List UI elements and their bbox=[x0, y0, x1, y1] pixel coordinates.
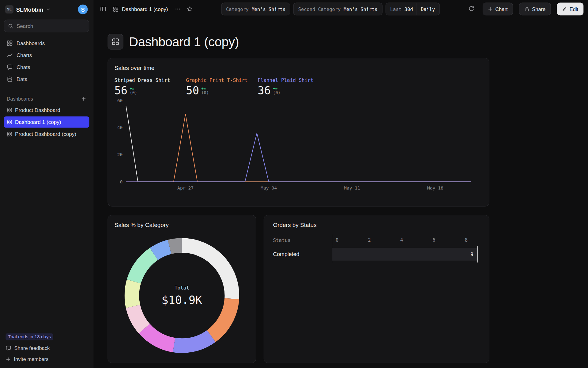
series-legends: Striped Dress Shirt 56 +∞ (0) Graphic Pr… bbox=[114, 77, 482, 96]
orders-table: Status 02468 Completed 9 bbox=[273, 234, 480, 263]
y-tick: 60 bbox=[117, 98, 123, 103]
bar-cursor[interactable] bbox=[477, 246, 478, 263]
trial-badge: Trial ends in 13 days bbox=[6, 333, 53, 340]
filter-date-range[interactable]: Last 30d Daily bbox=[385, 3, 440, 16]
ellipsis-icon[interactable] bbox=[172, 4, 183, 14]
series-legend: Striped Dress Shirt 56 +∞ (0) bbox=[114, 77, 186, 96]
dashboard-icon bbox=[7, 132, 12, 137]
invite-members-button[interactable]: Invite members bbox=[6, 356, 48, 362]
topbar-doc-title[interactable]: Dashboard 1 (copy) bbox=[110, 6, 171, 12]
dashboard-item-product-dashboard-copy[interactable]: Product Dashboard (copy) bbox=[4, 128, 89, 140]
search-input[interactable] bbox=[17, 23, 85, 29]
filter-category[interactable]: Category Men's Shirts bbox=[221, 3, 290, 16]
add-chart-label: Chart bbox=[495, 6, 507, 12]
section-title: Dashboards bbox=[7, 96, 33, 102]
add-chart-button[interactable]: Chart bbox=[483, 3, 513, 16]
series-line bbox=[126, 106, 471, 182]
share-feedback-button[interactable]: Share feedback bbox=[6, 346, 50, 351]
dashboard-content: Dashboard 1 (copy) Sales over time Strip… bbox=[93, 18, 588, 368]
workspace-avatar: SL bbox=[5, 5, 13, 13]
filter-label: Category bbox=[226, 6, 249, 12]
filter-label: Last bbox=[390, 6, 401, 12]
share-label: Share bbox=[532, 6, 545, 12]
orders-header: Status 02468 bbox=[273, 234, 480, 246]
sidebar-item-label: Chats bbox=[17, 64, 30, 70]
series-total: 50 bbox=[186, 86, 199, 96]
donut-chart[interactable]: Total $10.9K bbox=[125, 238, 239, 353]
app-window: SL SLMobbin S Dashboards bbox=[0, 0, 588, 368]
cards-row: Sales % by Category Total $10.9K Orders … bbox=[107, 215, 588, 363]
series-delta-count: (0) bbox=[130, 91, 137, 95]
sidebar-item-charts[interactable]: Charts bbox=[4, 50, 89, 61]
series-delta: +∞ bbox=[273, 86, 280, 91]
invite-members-label: Invite members bbox=[14, 356, 48, 362]
series-delta-count: (0) bbox=[201, 91, 209, 95]
sidebar-item-dashboards[interactable]: Dashboards bbox=[4, 37, 89, 49]
add-dashboard-icon[interactable] bbox=[81, 96, 86, 101]
filter-value: Men's Shirts bbox=[344, 6, 378, 12]
dashboard-icon bbox=[7, 119, 12, 125]
card-title: Sales over time bbox=[114, 65, 482, 71]
orders-by-status-card: Orders by Status Status 02468 Completed … bbox=[264, 215, 489, 363]
sidebar-item-chats[interactable]: Chats bbox=[4, 62, 89, 73]
dashboard-icon bbox=[113, 6, 119, 12]
axis-tick: 8 bbox=[465, 237, 468, 243]
filter-value: Men's Shirts bbox=[252, 6, 286, 12]
page-header: Dashboard 1 (copy) bbox=[107, 34, 588, 49]
dashboard-item-product-dashboard[interactable]: Product Dashboard bbox=[4, 104, 89, 116]
chevron-down-icon[interactable] bbox=[46, 7, 51, 12]
donut-total-label: Total bbox=[175, 285, 189, 290]
series-total: 56 bbox=[114, 86, 127, 96]
bar-fill[interactable]: 9 bbox=[332, 248, 478, 261]
filter-granularity: Daily bbox=[421, 6, 435, 12]
page-title: Dashboard 1 (copy) bbox=[129, 34, 239, 49]
dashboard-icon bbox=[7, 107, 12, 113]
donut-total-value: $10.9K bbox=[162, 293, 202, 306]
workspace-switcher[interactable]: SL SLMobbin S bbox=[4, 4, 89, 15]
edit-pencil-icon bbox=[562, 6, 567, 11]
filter-second-category[interactable]: Second Category Men's Shirts bbox=[293, 3, 382, 16]
dashboard-item-label: Dashboard 1 (copy) bbox=[15, 119, 61, 125]
sidebar-nav: Dashboards Charts Chats Data bbox=[4, 37, 89, 85]
sales-line-chart[interactable]: 0204060Apr 27May 04May 11May 18 bbox=[114, 98, 483, 192]
donut-center: Total $10.9K bbox=[125, 238, 239, 353]
bar-track: 9 bbox=[332, 246, 480, 263]
panel-toggle-icon[interactable] bbox=[98, 4, 108, 14]
y-tick: 0 bbox=[120, 179, 123, 184]
series-delta: +∞ bbox=[201, 86, 209, 91]
chats-icon bbox=[7, 64, 13, 70]
status-row-label: Completed bbox=[273, 251, 332, 257]
charts-icon bbox=[7, 52, 13, 58]
x-tick: May 18 bbox=[427, 185, 443, 190]
dashboard-item-label: Product Dashboard (copy) bbox=[15, 131, 76, 137]
edit-button[interactable]: Edit bbox=[557, 3, 583, 16]
plus-icon bbox=[488, 6, 493, 11]
search-icon bbox=[8, 23, 13, 29]
star-icon[interactable] bbox=[184, 4, 195, 14]
card-title: Orders by Status bbox=[273, 221, 480, 228]
feedback-bubble-icon bbox=[6, 346, 11, 351]
workspace-name: SLMobbin bbox=[16, 6, 43, 13]
app-logo[interactable]: S bbox=[78, 5, 88, 14]
sidebar-item-label: Dashboards bbox=[17, 40, 45, 46]
dashboard-item-dashboard-1-copy[interactable]: Dashboard 1 (copy) bbox=[4, 117, 89, 128]
series-name: Striped Dress Shirt bbox=[114, 77, 186, 83]
sidebar-item-label: Data bbox=[17, 76, 28, 82]
y-tick: 20 bbox=[117, 152, 123, 157]
table-row[interactable]: Completed 9 bbox=[273, 246, 480, 263]
share-button[interactable]: Share bbox=[519, 3, 551, 16]
axis-tick: 2 bbox=[368, 237, 371, 243]
status-column-header: Status bbox=[273, 237, 332, 243]
edit-label: Edit bbox=[570, 6, 578, 12]
sidebar-item-label: Charts bbox=[17, 52, 32, 58]
sidebar-item-data[interactable]: Data bbox=[4, 74, 89, 85]
axis-tick: 0 bbox=[336, 237, 338, 243]
filter-chips: Category Men's Shirts Second Category Me… bbox=[221, 3, 440, 16]
plus-icon bbox=[6, 357, 11, 362]
refresh-icon[interactable] bbox=[466, 4, 477, 14]
search-box[interactable] bbox=[4, 20, 89, 33]
dashboards-icon bbox=[7, 40, 13, 46]
series-legend: Graphic Print T-Shirt 50 +∞ (0) bbox=[186, 77, 258, 96]
series-delta-count: (0) bbox=[273, 91, 280, 95]
sales-over-time-card: Sales over time Striped Dress Shirt 56 +… bbox=[107, 58, 489, 207]
